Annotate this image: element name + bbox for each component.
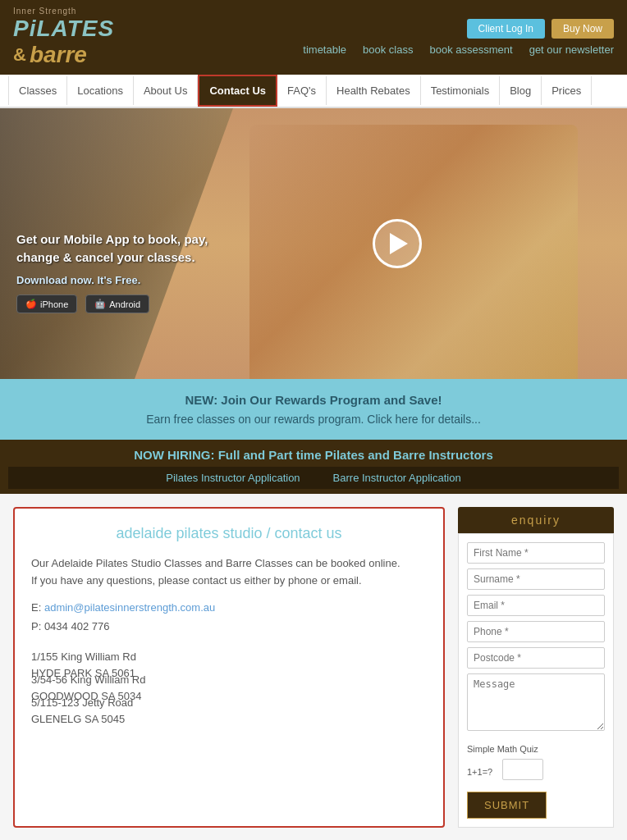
android-label: Android: [109, 299, 140, 309]
top-nav: timetable book class book assessment get…: [303, 43, 614, 56]
top-buttons: Client Log In Buy Now: [467, 19, 614, 39]
address1-street: 1/155 King William Rd: [31, 649, 427, 666]
math-quiz-label: Simple Math Quiz: [467, 744, 538, 754]
iphone-label: iPhone: [40, 299, 68, 309]
iphone-button[interactable]: 🍎 iPhone: [16, 294, 77, 313]
apple-icon: 🍎: [25, 299, 37, 309]
nav-book-assessment[interactable]: book assessment: [429, 43, 512, 56]
hiring-links: Pilates Instructor Application Barre Ins…: [8, 467, 619, 489]
main-nav: Classes Locations About Us Contact Us FA…: [0, 75, 627, 108]
submit-button[interactable]: SUBMIT: [467, 792, 547, 819]
hero-download-text: Download now. It's Free.: [16, 272, 208, 289]
play-button[interactable]: [373, 219, 422, 268]
hero-text-line2: change & cancel your classes.: [16, 249, 208, 267]
client-log-button[interactable]: Client Log In: [467, 19, 545, 39]
hiring-title: NOW HIRING: Full and Part time Pilates a…: [8, 448, 619, 462]
barre-application-link[interactable]: Barre Instructor Application: [333, 472, 461, 484]
nav-faq[interactable]: FAQ's: [277, 76, 327, 105]
rewards-banner[interactable]: NEW: Join Our Rewards Program and Save! …: [0, 379, 627, 440]
top-bar: Inner Strength PiLATES & barre Client Lo…: [0, 0, 627, 75]
contact-desc-line2: If you have any questions, please contac…: [31, 573, 427, 590]
nav-blog[interactable]: Blog: [500, 76, 542, 105]
message-field[interactable]: [467, 673, 605, 731]
email-field[interactable]: [467, 595, 605, 616]
address3-street: 5/115-123 Jetty Road: [31, 695, 427, 712]
nav-classes[interactable]: Classes: [8, 76, 67, 105]
logo-barre: barre: [30, 42, 87, 68]
math-answer-input[interactable]: [502, 759, 543, 780]
nav-prices[interactable]: Prices: [542, 76, 592, 105]
contact-phone: P: 0434 402 776: [31, 619, 427, 636]
logo-tagline: Inner Strength: [13, 7, 114, 16]
nav-testimonials[interactable]: Testimonials: [421, 76, 501, 105]
nav-health-rebates[interactable]: Health Rebates: [327, 76, 421, 105]
nav-about-us[interactable]: About Us: [134, 76, 198, 105]
address3-suburb: GLENELG SA 5045: [31, 711, 427, 728]
logo-pilates: PiLATES: [13, 16, 114, 42]
phone-field[interactable]: [467, 621, 605, 642]
contact-desc-line1: Our Adelaide Pilates Studio Classes and …: [31, 555, 427, 573]
enquiry-form: Simple Math Quiz 1+1=? SUBMIT: [458, 533, 614, 828]
contact-email[interactable]: admin@pilatesinnerstrength.com.au: [44, 601, 215, 614]
logo: Inner Strength PiLATES & barre: [13, 7, 114, 68]
math-row: 1+1=?: [467, 759, 605, 785]
contact-heading: adelaide pilates studio / contact us: [31, 525, 427, 542]
buy-now-button[interactable]: Buy Now: [551, 19, 614, 39]
enquiry-header: enquiry: [458, 507, 614, 533]
hero-content: Get our Mobile App to book, pay, change …: [16, 231, 208, 314]
enquiry-box: enquiry Simple Math Quiz 1+1=? SUBMIT: [458, 507, 614, 828]
hero-text-line1: Get our Mobile App to book, pay,: [16, 231, 208, 249]
math-quiz: Simple Math Quiz 1+1=?: [467, 744, 605, 785]
contact-box: adelaide pilates studio / contact us Our…: [13, 507, 445, 828]
rewards-line1: NEW: Join Our Rewards Program and Save!: [185, 393, 442, 407]
hiring-banner: NOW HIRING: Full and Part time Pilates a…: [0, 440, 627, 494]
nav-locations[interactable]: Locations: [67, 76, 134, 105]
math-equation: 1+1=?: [467, 767, 492, 777]
hero-app-buttons: 🍎 iPhone 🤖 Android: [16, 294, 208, 313]
nav-newsletter[interactable]: get our newsletter: [529, 43, 614, 56]
hero-section: Get our Mobile App to book, pay, change …: [0, 108, 627, 379]
android-button[interactable]: 🤖 Android: [85, 294, 149, 313]
nav-book-class[interactable]: book class: [363, 43, 413, 56]
nav-timetable[interactable]: timetable: [303, 43, 346, 56]
content-area: adelaide pilates studio / contact us Our…: [0, 494, 627, 840]
pilates-application-link[interactable]: Pilates Instructor Application: [166, 472, 300, 484]
address3: 5/115-123 Jetty Road GLENELG SA 5045: [31, 695, 427, 705]
rewards-line2: Earn free classes on our rewards program…: [8, 410, 619, 428]
postcode-field[interactable]: [467, 647, 605, 669]
address2-street: 3/54-56 King William Rd: [31, 672, 427, 689]
address1: 1/155 King William Rd HYDE PARK SA 5061: [31, 649, 427, 659]
contact-email-row: E: admin@pilatesinnerstrength.com.au: [31, 600, 427, 617]
surname-field[interactable]: [467, 568, 605, 590]
nav-contact-us[interactable]: Contact Us: [198, 75, 277, 107]
email-label: E:: [31, 601, 41, 614]
first-name-field[interactable]: [467, 542, 605, 564]
logo-amp: &: [13, 44, 26, 66]
top-right: Client Log In Buy Now timetable book cla…: [303, 19, 614, 56]
android-icon: 🤖: [94, 299, 106, 309]
address2: 3/54-56 King William Rd GOODWOOD SA 5034: [31, 672, 427, 682]
